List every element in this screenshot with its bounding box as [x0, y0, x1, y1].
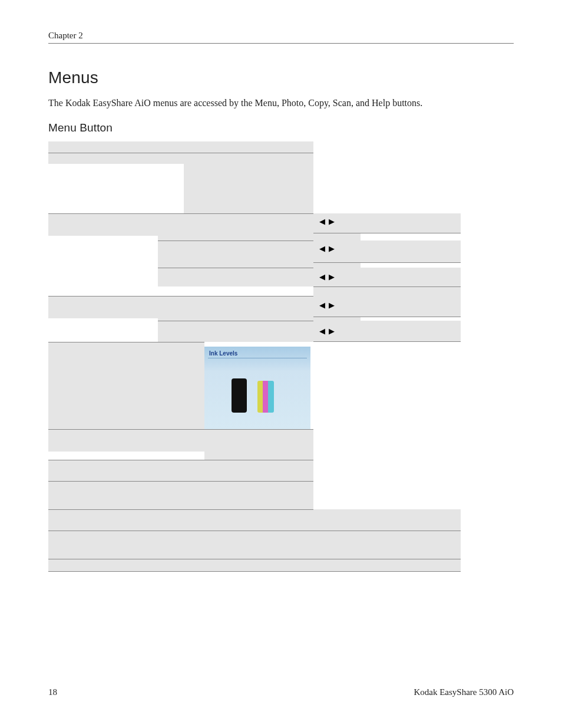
diagram-block: [313, 233, 361, 241]
nav-arrows-icon: ◀▶: [319, 217, 338, 226]
menu-tree-diagram: ◀▶ ◀▶ ◀▶ ◀▶ ◀▶ Ink Levels: [48, 141, 514, 589]
chapter-header: Chapter 2: [48, 31, 514, 44]
color-cartridge-icon: [257, 381, 274, 413]
page-container: Chapter 2 Menus The Kodak EasyShare AiO …: [0, 0, 562, 728]
page-footer: 18 Kodak EasyShare 5300 AiO: [48, 687, 514, 697]
diagram-block: [48, 441, 204, 452]
ink-levels-screenshot: Ink Levels: [204, 347, 310, 429]
diagram-block: [48, 153, 184, 164]
product-name: Kodak EasyShare 5300 AiO: [414, 687, 514, 697]
black-cartridge-icon: [232, 378, 247, 413]
diagram-block: [48, 308, 158, 318]
diagram-block: [158, 241, 313, 258]
diagram-block: [158, 308, 313, 321]
diagram-block: [48, 559, 461, 572]
subsection-title: Menu Button: [48, 121, 514, 134]
diagram-block: [48, 429, 313, 441]
nav-arrows-icon: ◀▶: [319, 327, 338, 336]
diagram-block: [48, 213, 313, 225]
section-title: Menus: [48, 68, 514, 87]
diagram-block: [48, 342, 204, 353]
diagram-block: [48, 225, 158, 236]
diagram-block: [48, 470, 160, 481]
diagram-block: [184, 153, 313, 213]
nav-arrows-icon: ◀▶: [319, 272, 338, 282]
diagram-block: [313, 509, 461, 531]
diagram-block: [204, 441, 313, 460]
diagram-block: [313, 286, 461, 296]
diagram-block: [48, 141, 313, 153]
diagram-block: [158, 225, 313, 241]
nav-arrows-icon: ◀▶: [319, 301, 338, 310]
page-number: 18: [48, 687, 57, 697]
ink-levels-divider: [208, 358, 307, 358]
diagram-block: [48, 460, 313, 470]
ink-cartridges-graphic: [204, 362, 310, 421]
diagram-block: [48, 296, 313, 308]
diagram-block: [48, 353, 204, 429]
diagram-block: [158, 268, 313, 286]
diagram-block: [158, 321, 313, 342]
diagram-block: [313, 263, 361, 268]
diagram-block: [160, 470, 313, 481]
diagram-block: [48, 481, 313, 492]
diagram-block: [158, 258, 313, 268]
ink-levels-label: Ink Levels: [204, 347, 310, 358]
nav-arrows-icon: ◀▶: [319, 244, 338, 253]
diagram-block: [48, 531, 461, 559]
diagram-block: [48, 509, 313, 531]
intro-paragraph: The Kodak EasyShare AiO menus are access…: [48, 98, 514, 108]
diagram-block: [48, 492, 313, 509]
